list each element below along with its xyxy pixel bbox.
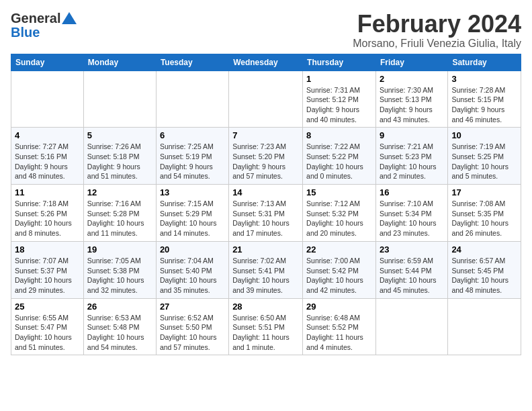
day-detail: Sunrise: 7:15 AMSunset: 5:29 PMDaylight:…: [160, 199, 217, 237]
day-detail: Sunrise: 7:18 AMSunset: 5:26 PMDaylight:…: [15, 199, 72, 237]
header-tuesday: Tuesday: [156, 54, 228, 71]
day-number: 5: [87, 130, 152, 140]
calendar-cell-0-1: [83, 71, 156, 128]
header-wednesday: Wednesday: [229, 54, 303, 71]
day-detail: Sunrise: 7:25 AMSunset: 5:19 PMDaylight:…: [160, 142, 214, 180]
day-detail: Sunrise: 7:00 AMSunset: 5:42 PMDaylight:…: [306, 257, 363, 294]
week-row-1: 4 Sunrise: 7:27 AMSunset: 5:16 PMDayligh…: [11, 128, 521, 185]
calendar-cell-4-3: 28 Sunrise: 6:50 AMSunset: 5:51 PMDaylig…: [229, 298, 303, 355]
svg-marker-0: [62, 12, 77, 24]
calendar-cell-1-3: 7 Sunrise: 7:23 AMSunset: 5:20 PMDayligh…: [229, 128, 303, 185]
header-row: Sunday Monday Tuesday Wednesday Thursday…: [11, 54, 521, 71]
day-number: 15: [306, 187, 372, 197]
calendar-cell-3-5: 23 Sunrise: 6:59 AMSunset: 5:44 PMDaylig…: [375, 241, 447, 298]
day-detail: Sunrise: 7:30 AMSunset: 5:13 PMDaylight:…: [380, 86, 433, 124]
day-detail: Sunrise: 7:07 AMSunset: 5:37 PMDaylight:…: [15, 257, 72, 294]
day-number: 6: [160, 130, 225, 140]
calendar-cell-3-4: 22 Sunrise: 7:00 AMSunset: 5:42 PMDaylig…: [303, 241, 376, 298]
day-number: 26: [87, 302, 152, 312]
day-detail: Sunrise: 7:05 AMSunset: 5:38 PMDaylight:…: [87, 257, 144, 294]
week-row-0: 1 Sunrise: 7:31 AMSunset: 5:12 PMDayligh…: [11, 71, 521, 128]
day-number: 19: [87, 244, 152, 255]
calendar-cell-1-2: 6 Sunrise: 7:25 AMSunset: 5:19 PMDayligh…: [156, 128, 228, 185]
logo: General Blue: [11, 11, 77, 40]
calendar-cell-3-0: 18 Sunrise: 7:07 AMSunset: 5:37 PMDaylig…: [11, 241, 84, 298]
day-detail: Sunrise: 6:52 AMSunset: 5:50 PMDaylight:…: [160, 314, 217, 351]
logo-blue: Blue: [11, 25, 40, 40]
day-number: 3: [451, 74, 517, 84]
day-detail: Sunrise: 7:08 AMSunset: 5:35 PMDaylight:…: [451, 199, 508, 237]
calendar-cell-3-1: 19 Sunrise: 7:05 AMSunset: 5:38 PMDaylig…: [83, 241, 156, 298]
calendar-cell-2-6: 17 Sunrise: 7:08 AMSunset: 5:35 PMDaylig…: [448, 185, 521, 242]
week-row-4: 25 Sunrise: 6:55 AMSunset: 5:47 PMDaylig…: [11, 298, 521, 355]
month-title: February 2024: [353, 11, 521, 38]
calendar-cell-4-2: 27 Sunrise: 6:52 AMSunset: 5:50 PMDaylig…: [156, 298, 228, 355]
calendar-cell-4-0: 25 Sunrise: 6:55 AMSunset: 5:47 PMDaylig…: [11, 298, 84, 355]
title-section: February 2024 Morsano, Friuli Venezia Gi…: [353, 11, 521, 50]
day-detail: Sunrise: 7:10 AMSunset: 5:34 PMDaylight:…: [380, 199, 437, 237]
calendar-cell-0-4: 1 Sunrise: 7:31 AMSunset: 5:12 PMDayligh…: [303, 71, 376, 128]
day-detail: Sunrise: 7:22 AMSunset: 5:22 PMDaylight:…: [306, 142, 363, 180]
day-number: 7: [232, 130, 299, 140]
day-detail: Sunrise: 7:02 AMSunset: 5:41 PMDaylight:…: [232, 257, 290, 294]
calendar-cell-4-5: [375, 298, 447, 355]
header-monday: Monday: [83, 54, 156, 71]
calendar-cell-2-2: 13 Sunrise: 7:15 AMSunset: 5:29 PMDaylig…: [156, 185, 228, 242]
day-number: 21: [232, 244, 299, 255]
calendar-cell-2-3: 14 Sunrise: 7:13 AMSunset: 5:31 PMDaylig…: [229, 185, 303, 242]
day-number: 20: [160, 244, 225, 255]
day-detail: Sunrise: 7:16 AMSunset: 5:28 PMDaylight:…: [87, 199, 144, 237]
day-detail: Sunrise: 7:04 AMSunset: 5:40 PMDaylight:…: [160, 257, 217, 294]
header-friday: Friday: [375, 54, 447, 71]
calendar-cell-1-0: 4 Sunrise: 7:27 AMSunset: 5:16 PMDayligh…: [11, 128, 84, 185]
day-detail: Sunrise: 7:21 AMSunset: 5:23 PMDaylight:…: [380, 142, 437, 180]
day-detail: Sunrise: 7:23 AMSunset: 5:20 PMDaylight:…: [232, 142, 286, 180]
calendar-cell-0-2: [156, 71, 228, 128]
day-detail: Sunrise: 6:57 AMSunset: 5:45 PMDaylight:…: [451, 257, 508, 294]
day-detail: Sunrise: 7:13 AMSunset: 5:31 PMDaylight:…: [232, 199, 290, 237]
day-number: 17: [451, 187, 517, 197]
day-number: 24: [451, 244, 517, 255]
day-number: 14: [232, 187, 299, 197]
day-detail: Sunrise: 7:28 AMSunset: 5:15 PMDaylight:…: [451, 86, 505, 124]
day-number: 10: [451, 130, 517, 140]
day-number: 29: [306, 302, 372, 312]
calendar-cell-1-5: 9 Sunrise: 7:21 AMSunset: 5:23 PMDayligh…: [375, 128, 447, 185]
day-detail: Sunrise: 7:26 AMSunset: 5:18 PMDaylight:…: [87, 142, 141, 180]
week-row-2: 11 Sunrise: 7:18 AMSunset: 5:26 PMDaylig…: [11, 185, 521, 242]
calendar-cell-2-4: 15 Sunrise: 7:12 AMSunset: 5:32 PMDaylig…: [303, 185, 376, 242]
calendar-cell-4-1: 26 Sunrise: 6:53 AMSunset: 5:48 PMDaylig…: [83, 298, 156, 355]
day-detail: Sunrise: 6:53 AMSunset: 5:48 PMDaylight:…: [87, 314, 144, 351]
day-detail: Sunrise: 6:55 AMSunset: 5:47 PMDaylight:…: [15, 314, 72, 351]
week-row-3: 18 Sunrise: 7:07 AMSunset: 5:37 PMDaylig…: [11, 241, 521, 298]
calendar-cell-0-6: 3 Sunrise: 7:28 AMSunset: 5:15 PMDayligh…: [448, 71, 521, 128]
calendar-cell-2-5: 16 Sunrise: 7:10 AMSunset: 5:34 PMDaylig…: [375, 185, 447, 242]
day-detail: Sunrise: 6:50 AMSunset: 5:51 PMDaylight:…: [232, 314, 290, 351]
day-detail: Sunrise: 7:19 AMSunset: 5:25 PMDaylight:…: [451, 142, 508, 180]
day-detail: Sunrise: 7:31 AMSunset: 5:12 PMDaylight:…: [306, 86, 360, 124]
calendar-cell-2-1: 12 Sunrise: 7:16 AMSunset: 5:28 PMDaylig…: [83, 185, 156, 242]
day-number: 25: [15, 302, 80, 312]
day-detail: Sunrise: 7:27 AMSunset: 5:16 PMDaylight:…: [15, 142, 69, 180]
day-number: 2: [380, 74, 444, 84]
day-detail: Sunrise: 6:59 AMSunset: 5:44 PMDaylight:…: [380, 257, 437, 294]
page-header: General Blue February 2024 Morsano, Friu…: [11, 11, 521, 50]
calendar-cell-0-0: [11, 71, 84, 128]
day-detail: Sunrise: 6:48 AMSunset: 5:52 PMDaylight:…: [306, 314, 363, 351]
calendar-cell-1-4: 8 Sunrise: 7:22 AMSunset: 5:22 PMDayligh…: [303, 128, 376, 185]
calendar-cell-0-5: 2 Sunrise: 7:30 AMSunset: 5:13 PMDayligh…: [375, 71, 447, 128]
day-number: 18: [15, 244, 80, 255]
location-title: Morsano, Friuli Venezia Giulia, Italy: [353, 38, 521, 50]
day-number: 4: [15, 130, 80, 140]
day-number: 23: [380, 244, 444, 255]
calendar-cell-4-6: [448, 298, 521, 355]
day-detail: Sunrise: 7:12 AMSunset: 5:32 PMDaylight:…: [306, 199, 363, 237]
calendar-cell-0-3: [229, 71, 303, 128]
day-number: 12: [87, 187, 152, 197]
day-number: 8: [306, 130, 372, 140]
day-number: 27: [160, 302, 225, 312]
day-number: 22: [306, 244, 372, 255]
calendar-cell-3-6: 24 Sunrise: 6:57 AMSunset: 5:45 PMDaylig…: [448, 241, 521, 298]
header-sunday: Sunday: [11, 54, 84, 71]
calendar-cell-3-3: 21 Sunrise: 7:02 AMSunset: 5:41 PMDaylig…: [229, 241, 303, 298]
